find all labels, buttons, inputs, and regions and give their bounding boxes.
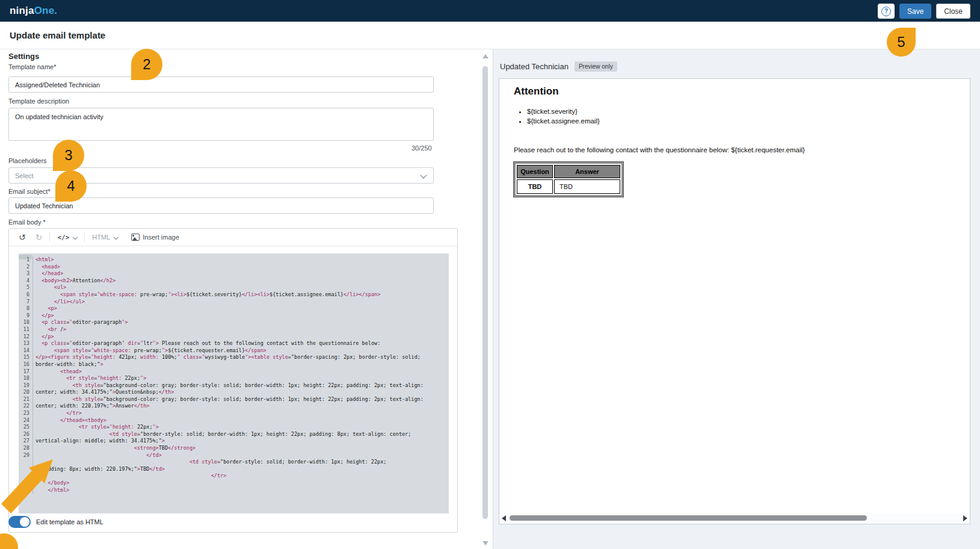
callout-marker-2: 2 <box>131 49 162 80</box>
preview-only-badge: Preview only <box>575 61 617 72</box>
code-icon: </> <box>57 234 69 241</box>
help-button[interactable]: ? <box>878 4 895 19</box>
toolbar-divider <box>49 232 50 242</box>
code-line: padding: 8px; width: 220.197%;">TBD</td> <box>19 466 449 473</box>
settings-heading: Settings <box>8 52 39 61</box>
scroll-left-arrow-icon[interactable] <box>502 515 506 521</box>
code-line: 6 <span style="white-space: pre-wrap;"><… <box>19 291 449 299</box>
insert-image-label: Insert image <box>143 234 179 241</box>
preview-bullet-list: ${ticket.severity}${ticket.assignee.emai… <box>527 108 600 127</box>
toolbar-divider <box>84 232 85 242</box>
save-button[interactable]: Save <box>899 4 931 19</box>
code-line: 7 </li></ul> <box>19 299 449 306</box>
code-line: 21 <th style="background-color: gray; bo… <box>19 396 449 403</box>
code-line: 25 <tr style="height: 22px;"> <box>19 424 449 431</box>
template-description-label: Template description <box>8 98 69 105</box>
redo-button[interactable]: ↻ <box>31 233 48 241</box>
html-source-area[interactable]: 1<html>2 <head>3 </head>4 <body><h2>Atte… <box>19 253 449 513</box>
preview-attention-heading: Attention <box>514 85 559 98</box>
code-line: 29 </td> <box>19 452 449 459</box>
callout-number: 2 <box>143 56 150 73</box>
template-name-value: Assigned/Deleted Technician <box>15 81 100 88</box>
code-line: </tr> <box>19 473 449 480</box>
chevron-down-icon <box>114 235 119 240</box>
editor-toolbar: ↺ ↻ </> HTML Insert image <box>9 229 457 246</box>
callout-marker-4: 4 <box>55 170 87 202</box>
code-line: 16border-width: black;"> <box>19 361 449 368</box>
code-line: 27vertical-align: middle; width: 34.4175… <box>19 438 449 445</box>
preview-bullet-item: ${ticket.severity} <box>527 108 600 115</box>
answer-column-header: Answer <box>554 165 620 178</box>
chevron-down-icon <box>73 235 78 240</box>
preview-bullet-item: ${ticket.assignee.email} <box>527 117 600 125</box>
code-line: 28 <strong>TBD</strong> <box>19 445 449 452</box>
settings-vertical-scrollbar[interactable] <box>481 51 489 548</box>
question-mark-icon: ? <box>881 7 891 16</box>
answer-cell: TBD <box>554 179 620 194</box>
code-line: 24 </thead><tbody> <box>19 417 449 424</box>
code-line: 1<html> <box>19 256 449 264</box>
email-subject-label: Email subject* <box>8 188 51 195</box>
vertical-scrollbar-thumb[interactable] <box>482 66 488 519</box>
callout-marker-5: 5 <box>887 28 916 57</box>
code-line: </html> <box>19 487 449 494</box>
preview-card: Attention ${ticket.severity}${ticket.ass… <box>499 78 970 524</box>
insert-image-button[interactable]: Insert image <box>126 234 184 241</box>
top-bar: ninjaOne. ? Save Close <box>0 0 980 22</box>
code-line: 13 <p class="editor-paragraph" dir="ltr"… <box>19 340 449 347</box>
page-title: Update email template <box>10 30 105 40</box>
redo-icon: ↻ <box>35 233 43 241</box>
close-button[interactable]: Close <box>936 4 970 19</box>
callout-number: 3 <box>64 147 72 164</box>
code-line: 23 </tr> <box>19 410 449 417</box>
image-icon <box>131 234 140 241</box>
undo-button[interactable]: ↺ <box>14 233 31 241</box>
code-line: 14 <span style="white-space: pre-wrap;">… <box>19 347 449 355</box>
code-lines: 1<html>2 <head>3 </head>4 <body><h2>Atte… <box>19 256 449 494</box>
template-name-label: Template name* <box>8 63 57 70</box>
code-line: 5 <ul> <box>19 284 449 291</box>
scroll-right-arrow-icon[interactable] <box>963 515 967 521</box>
code-line: 18 <tr style="height: 22px;"> <box>19 375 449 382</box>
email-subject-value: Updated Technician <box>15 202 73 209</box>
code-line: </body> <box>19 480 449 487</box>
preview-panel: Updated Technician Preview only Attentio… <box>493 49 980 549</box>
email-body-label: Email body * <box>8 219 46 226</box>
format-dropdown[interactable]: HTML <box>87 234 123 241</box>
callout-number: 5 <box>897 34 905 51</box>
template-description-value: On updated technician activity <box>15 113 103 120</box>
scroll-up-arrow-icon[interactable] <box>482 54 488 58</box>
code-line: 26 <td style="border-style: solid; borde… <box>19 431 449 438</box>
code-line: 17 <thead> <box>19 368 449 376</box>
code-line: 10 <p class="editor-paragraph"> <box>19 319 449 326</box>
template-name-input[interactable]: Assigned/Deleted Technician <box>8 76 434 93</box>
preview-header: Updated Technician Preview only <box>500 61 617 72</box>
code-line: 22center; width: 220.197%;">Answer</th> <box>19 403 449 410</box>
table-header-row: Question Answer <box>517 165 620 178</box>
placeholders-label: Placeholders <box>8 157 47 164</box>
table-row: TBD TBD <box>517 179 620 194</box>
scroll-down-arrow-icon[interactable] <box>482 541 488 545</box>
preview-question-answer-table: Question Answer TBD TBD <box>514 162 623 197</box>
topbar-actions: ? Save Close <box>878 4 970 19</box>
callout-number: 4 <box>67 178 75 194</box>
code-line: 8 <p> <box>19 305 449 312</box>
character-counter: 30/250 <box>411 144 432 152</box>
update-email-template-window: ninjaOne. ? Save Close Update email temp… <box>0 0 980 549</box>
code-line: 20center; width: 34.4175%;">Question&nbs… <box>19 389 449 396</box>
preview-paragraph: Please reach out to the following contac… <box>514 146 805 154</box>
callout-marker-3: 3 <box>53 140 84 171</box>
template-description-textarea[interactable]: On updated technician activity <box>8 108 434 141</box>
email-body-editor: ↺ ↻ </> HTML Insert image 1<html>2 <head… <box>8 228 458 533</box>
preview-title: Updated Technician <box>500 62 569 71</box>
code-line: 9 </p> <box>19 312 449 320</box>
code-line: <td style="border-style: solid; border-w… <box>19 459 449 466</box>
page-header: Update email template <box>0 22 980 49</box>
code-line: 4 <body><h2>Attention</h2> <box>19 278 449 285</box>
logo-text-one: One. <box>34 5 58 16</box>
annotation-arrow-icon <box>0 448 66 527</box>
preview-horizontal-scrollbar[interactable] <box>500 513 969 523</box>
horizontal-scrollbar-thumb[interactable] <box>510 515 867 521</box>
ninjaone-logo: ninjaOne. <box>10 5 57 17</box>
code-view-dropdown[interactable]: </> <box>52 234 82 241</box>
